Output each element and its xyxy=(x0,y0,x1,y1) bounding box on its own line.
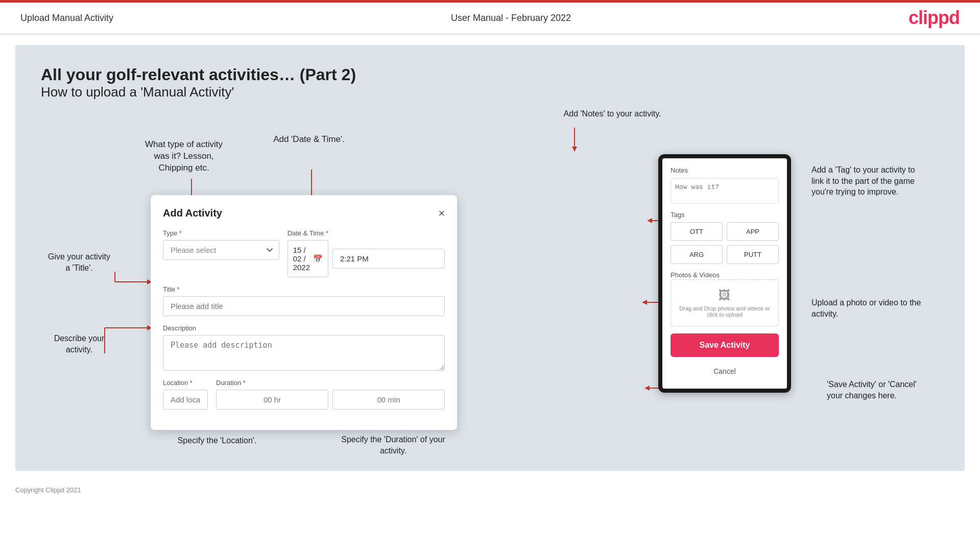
form-group-title: Title * xyxy=(163,285,445,316)
page-heading: All your golf-relevant activities… (Part… xyxy=(41,65,939,100)
annotation-location-text: Specify the 'Location'. xyxy=(178,436,257,445)
form-group-description: Description xyxy=(163,324,445,371)
main-content: All your golf-relevant activities… (Part… xyxy=(15,45,965,471)
panel-photos-label: Photos & Videos xyxy=(671,271,720,279)
annotation-desc: Describe your activity. xyxy=(46,333,112,355)
panel-notes-field[interactable] xyxy=(671,178,779,204)
location-label: Location * xyxy=(163,379,208,387)
annotation-photos: Upload a photo or video to the activity. xyxy=(811,297,929,319)
tag-arg[interactable]: ARG xyxy=(671,245,723,264)
type-label: Type * xyxy=(163,229,279,237)
annotation-duration: Specify the 'Duration' of your activity. xyxy=(337,434,449,456)
time-field[interactable] xyxy=(332,249,445,269)
upload-text: Drag and Drop photos and videos or click… xyxy=(679,305,770,318)
annotation-photos-text: Upload a photo or video to the activity. xyxy=(811,298,921,318)
calendar-icon: 📅 xyxy=(313,254,323,263)
duration-group xyxy=(216,390,445,410)
annotation-save-text: 'Save Activity' or 'Cancel' your changes… xyxy=(827,380,917,400)
footer: Copyright Clippd 2021 xyxy=(0,481,980,499)
annotation-duration-text: Specify the 'Duration' of your activity. xyxy=(341,435,445,455)
annotation-datetime-text: Add 'Date & Time'. xyxy=(273,134,345,144)
copyright-text: Copyright Clippd 2021 xyxy=(15,486,81,494)
annotation-tags-text: Add a 'Tag' to your activity to link it … xyxy=(811,165,915,196)
duration-hr-field[interactable] xyxy=(216,390,328,410)
annotation-tags: Add a 'Tag' to your activity to link it … xyxy=(811,164,929,198)
svg-marker-19 xyxy=(647,218,652,223)
save-activity-button[interactable]: Save Activity xyxy=(671,333,779,357)
heading-regular: How to upload a 'Manual Activity' xyxy=(41,84,939,100)
form-group-duration: Duration * xyxy=(216,379,445,410)
tag-putt[interactable]: PUTT xyxy=(727,245,779,264)
svg-marker-23 xyxy=(644,386,650,391)
modal-header: Add Activity × xyxy=(163,207,445,219)
annotation-notes: Add 'Notes' to your activity. xyxy=(561,108,663,119)
date-value: 15 / 02 / 2022 xyxy=(293,246,310,272)
panel-notes-group: Notes xyxy=(671,166,779,204)
form-row-type-datetime: Type * Please select Date & Time * 15 / xyxy=(163,229,445,277)
duration-min-field[interactable] xyxy=(332,390,445,410)
form-row-location-duration: Location * Duration * xyxy=(163,379,445,410)
datetime-label: Date & Time * xyxy=(288,229,445,237)
tag-ott[interactable]: OTT xyxy=(671,222,723,241)
form-group-datetime: Date & Time * 15 / 02 / 2022 📅 xyxy=(288,229,445,277)
add-activity-modal: Add Activity × Type * Please select Dat xyxy=(151,195,457,430)
tag-app[interactable]: APP xyxy=(727,222,779,241)
annotation-type: What type of activity was it? Lesson, Ch… xyxy=(138,139,230,174)
phone-panel: Notes Tags OTT APP ARG PUTT Photos & Vid… xyxy=(658,154,791,393)
annotation-title: Give your activity a 'Title'. xyxy=(46,251,112,273)
panel-notes-label: Notes xyxy=(671,166,779,174)
clippd-logo: clippd xyxy=(909,7,960,29)
panel-tags-label: Tags xyxy=(671,211,684,219)
cancel-button[interactable]: Cancel xyxy=(671,362,779,380)
panel-tags-section: Tags OTT APP ARG PUTT xyxy=(671,210,779,264)
panel-photos-section: Photos & Videos 🖼 Drag and Drop photos a… xyxy=(671,270,779,326)
description-field[interactable] xyxy=(163,335,445,371)
annotation-type-text: What type of activity was it? Lesson, Ch… xyxy=(145,139,223,173)
form-group-type: Type * Please select xyxy=(163,229,279,277)
duration-label: Duration * xyxy=(216,379,445,387)
page-title: Upload Manual Activity xyxy=(20,13,113,23)
svg-marker-21 xyxy=(642,300,647,305)
description-label: Description xyxy=(163,324,445,332)
modal-close-button[interactable]: × xyxy=(438,208,445,219)
type-select[interactable]: Please select xyxy=(163,240,279,260)
top-bar: Upload Manual Activity User Manual - Feb… xyxy=(0,0,980,35)
content-wrapper: What type of activity was it? Lesson, Ch… xyxy=(41,103,939,450)
heading-bold: All your golf-relevant activities… (Part… xyxy=(41,65,939,84)
annotation-location: Specify the 'Location'. xyxy=(171,435,263,446)
form-group-location: Location * xyxy=(163,379,208,410)
manual-subtitle: User Manual - February 2022 xyxy=(451,13,571,23)
upload-icon: 🖼 xyxy=(679,288,770,302)
upload-area[interactable]: 🖼 Drag and Drop photos and videos or cli… xyxy=(671,279,779,326)
title-label: Title * xyxy=(163,285,445,293)
svg-marker-17 xyxy=(572,147,577,152)
location-field[interactable] xyxy=(163,390,208,410)
modal-title: Add Activity xyxy=(163,207,222,219)
title-field[interactable] xyxy=(163,296,445,316)
date-field[interactable]: 15 / 02 / 2022 📅 xyxy=(288,240,328,277)
annotation-save: 'Save Activity' or 'Cancel' your changes… xyxy=(827,379,929,401)
annotation-notes-text: Add 'Notes' to your activity. xyxy=(564,109,661,118)
date-time-group: 15 / 02 / 2022 📅 xyxy=(288,240,445,277)
annotation-datetime: Add 'Date & Time'. xyxy=(266,134,352,146)
annotation-desc-text: Describe your activity. xyxy=(54,334,105,354)
annotation-title-text: Give your activity a 'Title'. xyxy=(48,252,110,272)
tags-grid: OTT APP ARG PUTT xyxy=(671,222,779,264)
